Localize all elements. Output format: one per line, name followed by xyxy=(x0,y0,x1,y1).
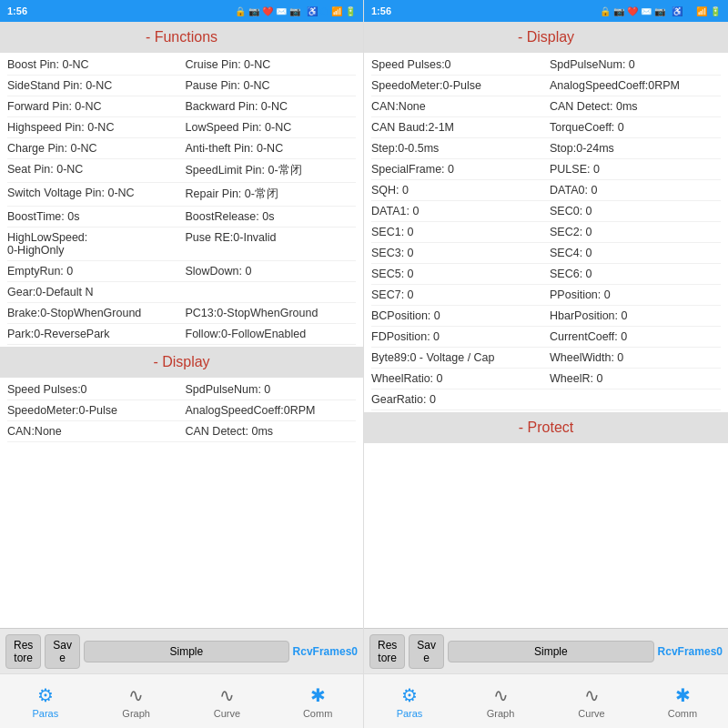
table-row: Highspeed Pin: 0-NC LowSpeed Pin: 0-NC xyxy=(7,117,356,138)
panel-right: 1:56 🔒 📷 ❤️ ✉️ 📷 ♿ ⬡ 📶 🔋 - Display Speed… xyxy=(364,0,728,728)
table-row: BCPosition: 0 HbarPosition: 0 xyxy=(371,306,721,327)
save-button-right[interactable]: Save xyxy=(409,634,444,669)
functions-header: - Functions xyxy=(0,22,363,53)
table-row: CAN:None CAN Detect: 0ms xyxy=(7,421,356,442)
table-row: DATA1: 0 SEC0: 0 xyxy=(371,201,721,222)
nav-graph-label-left: Graph xyxy=(122,708,150,719)
gear-icon-left: ⚙ xyxy=(37,684,54,706)
table-row: EmptyRun: 0 SlowDown: 0 xyxy=(7,261,356,282)
table-row: Speed Pulses:0 SpdPulseNum: 0 xyxy=(7,379,356,400)
restore-button-right[interactable]: Restore xyxy=(369,634,405,669)
time-right: 1:56 xyxy=(371,5,391,16)
nav-comm-right[interactable]: ✱ Comm xyxy=(637,681,728,723)
table-row: SpeedoMeter:0-Pulse AnalogSpeedCoeff:0RP… xyxy=(371,76,721,96)
table-row: Brake:0-StopWhenGround PC13:0-StopWhenGr… xyxy=(7,303,356,324)
rcv-frames-right: RcvFrames0 xyxy=(658,645,723,658)
table-row: SideStand Pin: 0-NC Pause Pin: 0-NC xyxy=(7,76,356,96)
scroll-left[interactable]: - Functions Boost Pin: 0-NC Cruise Pin: … xyxy=(0,22,363,628)
nav-paras-label-left: Paras xyxy=(33,708,59,719)
table-row: SpeedoMeter:0-Pulse AnalogSpeedCoeff:0RP… xyxy=(7,400,356,421)
comm-icon-right: ✱ xyxy=(675,684,691,706)
table-row: SEC5: 0 SEC6: 0 xyxy=(371,264,721,285)
panel-left: 1:56 🔒 📷 ❤️ ✉️ 📷 ♿ ⬡ 📶 🔋 - Functions Boo… xyxy=(0,0,364,728)
table-row: Boost Pin: 0-NC Cruise Pin: 0-NC xyxy=(7,55,356,76)
rcv-frames-left: RcvFrames0 xyxy=(293,645,358,658)
status-bar-left: 1:56 🔒 📷 ❤️ ✉️ 📷 ♿ ⬡ 📶 🔋 xyxy=(0,0,363,22)
bottom-toolbar-left: Restore Save Simple RcvFrames0 xyxy=(0,628,363,673)
table-row: SEC1: 0 SEC2: 0 xyxy=(371,222,721,243)
nav-graph-label-right: Graph xyxy=(487,708,515,719)
table-row: GearRatio: 0 xyxy=(371,389,721,410)
table-row: Step:0-0.5ms Stop:0-24ms xyxy=(371,138,721,159)
table-row: Byte89:0 - Voltage / Cap WheelWidth: 0 xyxy=(371,348,721,369)
nav-curve-label-right: Curve xyxy=(578,708,604,719)
nav-comm-label-left: Comm xyxy=(303,708,332,719)
curve-icon-left: ∿ xyxy=(219,684,235,706)
display-section-left: Speed Pulses:0 SpdPulseNum: 0 SpeedoMete… xyxy=(0,378,363,444)
table-row: SQH: 0 DATA0: 0 xyxy=(371,180,721,201)
gear-icon-right: ⚙ xyxy=(401,684,418,706)
curve-icon-right: ∿ xyxy=(584,684,600,706)
table-row: HighLowSpeed:0-HighOnly Puse RE:0-Invali… xyxy=(7,228,356,261)
table-row: Charge Pin: 0-NC Anti-theft Pin: 0-NC xyxy=(7,138,356,159)
bottom-toolbar-right: Restore Save Simple RcvFrames0 xyxy=(364,628,728,673)
nav-paras-right[interactable]: ⚙ Paras xyxy=(364,681,455,723)
display-header-left: - Display xyxy=(0,347,363,378)
table-row: Speed Pulses:0 SpdPulseNum: 0 xyxy=(371,55,721,76)
functions-section: Boost Pin: 0-NC Cruise Pin: 0-NC SideSta… xyxy=(0,53,363,347)
nav-paras-label-right: Paras xyxy=(397,708,423,719)
scroll-right[interactable]: - Display Speed Pulses:0 SpdPulseNum: 0 … xyxy=(364,22,728,628)
table-row: WheelRatio: 0 WheelR: 0 xyxy=(371,369,721,389)
comm-icon-left: ✱ xyxy=(310,684,326,706)
nav-curve-label-left: Curve xyxy=(214,708,240,719)
table-row: FDPosition: 0 CurrentCoeff: 0 xyxy=(371,327,721,348)
nav-curve-left[interactable]: ∿ Curve xyxy=(182,681,273,723)
table-row: BoostTime: 0s BoostRelease: 0s xyxy=(7,207,356,228)
nav-graph-right[interactable]: ∿ Graph xyxy=(455,681,546,723)
graph-icon-left: ∿ xyxy=(128,684,144,706)
nav-comm-left[interactable]: ✱ Comm xyxy=(272,681,363,723)
bottom-nav-right: ⚙ Paras ∿ Graph ∿ Curve ✱ Comm xyxy=(364,673,728,728)
simple-button-right[interactable]: Simple xyxy=(448,641,654,662)
table-row: Park:0-ReversePark Follow:0-FollowEnable… xyxy=(7,324,356,345)
nav-comm-label-right: Comm xyxy=(668,708,697,719)
status-icons-right: 🔒 📷 ❤️ ✉️ 📷 ♿ ⬡ 📶 🔋 xyxy=(600,6,721,16)
table-row: SEC3: 0 SEC4: 0 xyxy=(371,243,721,264)
save-button-left[interactable]: Save xyxy=(45,634,80,669)
table-row: SpecialFrame: 0 PULSE: 0 xyxy=(371,159,721,180)
protect-header-right: - Protect xyxy=(364,412,728,443)
status-icons-left: 🔒 📷 ❤️ ✉️ 📷 ♿ ⬡ 📶 🔋 xyxy=(235,6,356,16)
graph-icon-right: ∿ xyxy=(493,684,509,706)
display-header-right: - Display xyxy=(364,22,728,53)
bottom-nav-left: ⚙ Paras ∿ Graph ∿ Curve ✱ Comm xyxy=(0,673,363,728)
restore-button-left[interactable]: Restore xyxy=(5,634,41,669)
simple-button-left[interactable]: Simple xyxy=(84,641,289,662)
table-row: SEC7: 0 PPosition: 0 xyxy=(371,285,721,306)
display-section-right: Speed Pulses:0 SpdPulseNum: 0 SpeedoMete… xyxy=(364,53,728,412)
nav-curve-right[interactable]: ∿ Curve xyxy=(546,681,637,723)
table-row: Forward Pin: 0-NC Backward Pin: 0-NC xyxy=(7,96,356,117)
table-row: CAN Baud:2-1M TorqueCoeff: 0 xyxy=(371,117,721,138)
table-row: Seat Pin: 0-NC SpeedLimit Pin: 0-常闭 xyxy=(7,159,356,183)
table-row: Switch Voltage Pin: 0-NC Repair Pin: 0-常… xyxy=(7,183,356,207)
table-row: CAN:None CAN Detect: 0ms xyxy=(371,96,721,117)
table-row: Gear:0-Default N xyxy=(7,282,356,303)
status-bar-right: 1:56 🔒 📷 ❤️ ✉️ 📷 ♿ ⬡ 📶 🔋 xyxy=(364,0,728,22)
nav-graph-left[interactable]: ∿ Graph xyxy=(91,681,182,723)
time-left: 1:56 xyxy=(7,5,27,16)
nav-paras-left[interactable]: ⚙ Paras xyxy=(0,681,91,723)
